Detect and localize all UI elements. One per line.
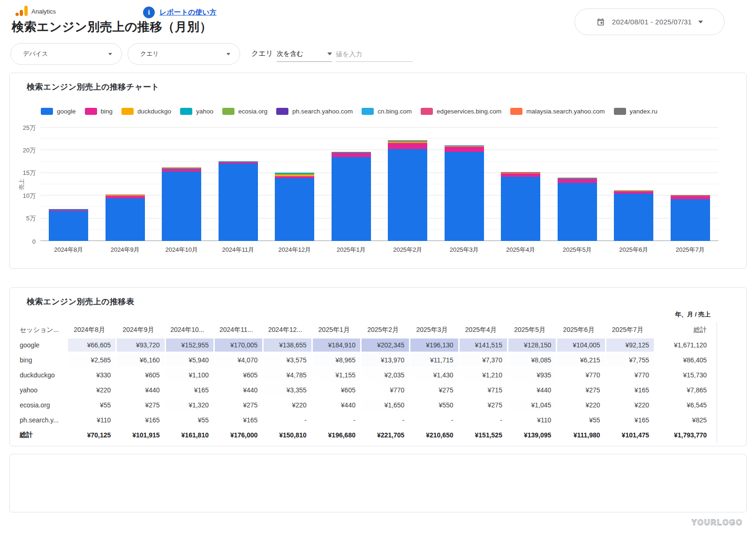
bar-segment [162, 168, 201, 168]
legend-item-duckduckgo[interactable]: duckduckgo [121, 108, 171, 115]
column-header-month[interactable]: 2024年9月 [117, 323, 164, 337]
table-cell: ¥220 [606, 399, 654, 412]
y-axis-tick: 20万 [23, 146, 36, 155]
stacked-bar-2025年1月[interactable] [332, 128, 371, 241]
stacked-bar-2024年8月[interactable] [49, 128, 88, 241]
legend-swatch-icon [276, 108, 288, 115]
x-axis-tick: 2024年10月 [153, 246, 210, 254]
table-cell: ¥55 [166, 414, 213, 427]
column-header-dimension[interactable]: セッション... [20, 323, 67, 337]
table-cell: ¥4,785 [264, 369, 311, 382]
table-cell: ¥165 [606, 384, 654, 397]
date-range-picker[interactable]: 2024/08/01 - 2025/07/31 [575, 8, 725, 35]
query-filter-dropdown[interactable]: クエリ [128, 43, 240, 65]
query-value-input[interactable] [336, 46, 413, 62]
table-cell: ¥1,100 [166, 369, 213, 382]
bar-segment [219, 162, 258, 164]
x-axis-tick: 2025年6月 [605, 246, 662, 254]
table-cell: ¥935 [508, 369, 556, 382]
column-header-month[interactable]: 2025年3月 [410, 323, 458, 337]
bar-slot-2024年10月: 2024年10月 [153, 128, 210, 241]
bar-slot-2024年8月: 2024年8月 [40, 128, 97, 241]
table-cell: ¥2,035 [362, 369, 409, 382]
bar-segment [445, 146, 484, 146]
column-header-month[interactable]: 2025年4月 [460, 323, 507, 337]
bar-segment [219, 162, 258, 162]
table-cell: ¥440 [313, 399, 360, 412]
stacked-bar-2025年2月[interactable] [388, 128, 427, 241]
column-header-month[interactable]: 2025年2月 [362, 323, 409, 337]
bar-segment [162, 172, 201, 241]
table-row-google: google¥66,605¥93,720¥152,955¥170,005¥138… [20, 338, 711, 352]
stacked-bar-2024年10月[interactable] [162, 128, 201, 241]
stacked-bar-2025年7月[interactable] [671, 128, 710, 241]
table-cell: ¥70,125 [68, 429, 115, 442]
bar-segment [275, 178, 314, 241]
column-header-month[interactable]: 2025年7月 [606, 323, 654, 337]
x-axis-tick: 2024年9月 [97, 246, 154, 254]
table-cell: ¥210,650 [410, 429, 458, 442]
table-cell: ¥165 [166, 384, 213, 397]
bar-segment [671, 199, 710, 241]
stacked-bar-2024年12月[interactable] [275, 128, 314, 241]
table-cell: ¥275 [460, 399, 507, 412]
legend-item-ph.search.yahoo.com[interactable]: ph.search.yahoo.com [276, 108, 353, 115]
table-cell: ¥165 [117, 414, 164, 427]
date-range-value: 2024/08/01 - 2025/07/31 [612, 18, 692, 26]
bar-segment [332, 153, 371, 157]
stacked-bar-2025年3月[interactable] [445, 128, 484, 241]
column-header-month[interactable]: 2025年5月 [508, 323, 556, 337]
stacked-bar-2024年11月[interactable] [219, 128, 258, 241]
legend-item-edgeservices.bing.com[interactable]: edgeservices.bing.com [421, 108, 501, 115]
data-table: セッション...2024年8月2024年9月2024年10...2024年11.… [18, 322, 717, 444]
query-condition-label: クエリ [251, 49, 273, 58]
column-header-month[interactable]: 2024年11... [215, 323, 262, 337]
watermark-logo: YOURLOGO [692, 519, 743, 527]
column-header-month[interactable]: 2024年10... [166, 323, 213, 337]
column-header-total[interactable]: 総計 [655, 323, 711, 337]
chart-legend: googlebingduckduckgoyahooecosia.orgph.se… [41, 108, 732, 115]
legend-item-bing[interactable]: bing [85, 108, 113, 115]
x-axis-tick: 2024年8月 [40, 246, 97, 254]
column-header-month[interactable]: 2024年8月 [68, 323, 115, 337]
column-header-month[interactable]: 2024年12... [264, 323, 311, 337]
table-cell: ¥139,095 [508, 429, 556, 442]
stacked-bar-2025年4月[interactable] [501, 128, 540, 241]
table-cell: ¥202,345 [362, 338, 409, 352]
table-cell: ¥170,005 [215, 338, 262, 352]
table-cell: ¥4,070 [215, 353, 262, 367]
legend-label: cn.bing.com [378, 108, 412, 115]
x-axis-tick: 2024年12月 [266, 246, 323, 254]
stacked-bar-2025年6月[interactable] [614, 128, 653, 241]
bar-segment [671, 196, 710, 199]
table-cell: ¥184,910 [313, 338, 360, 352]
calendar-icon [596, 17, 605, 27]
y-axis-tick: 0 [32, 238, 36, 245]
stacked-bar-2024年9月[interactable] [106, 128, 145, 241]
bar-segment [558, 179, 597, 183]
table-cell: ¥150,810 [264, 429, 311, 442]
legend-item-yahoo[interactable]: yahoo [180, 108, 213, 115]
x-axis-tick: 2025年5月 [549, 246, 606, 254]
column-header-month[interactable]: 2025年1月 [313, 323, 360, 337]
device-filter-dropdown[interactable]: デバイス [10, 43, 122, 65]
chevron-down-icon [327, 53, 332, 55]
table-cell: ¥330 [68, 369, 115, 382]
legend-item-google[interactable]: google [41, 108, 76, 115]
stacked-bar-2025年5月[interactable] [558, 128, 597, 241]
report-help-link[interactable]: レポートの使い方 [159, 8, 217, 17]
legend-item-cn.bing.com[interactable]: cn.bing.com [362, 108, 412, 115]
table-cell: ¥1,320 [166, 399, 213, 412]
table-cell: ¥3,575 [264, 353, 311, 367]
query-condition-select[interactable]: 次を含む [277, 46, 332, 62]
column-header-month[interactable]: 2025年6月 [557, 323, 605, 337]
bar-segment [671, 196, 710, 196]
legend-item-yandex.ru[interactable]: yandex.ru [614, 108, 658, 115]
table-cell: ¥101,475 [606, 429, 654, 442]
legend-item-malaysia.search.yahoo.com[interactable]: malaysia.search.yahoo.com [510, 108, 605, 115]
empty-card [9, 454, 747, 512]
legend-item-ecosia.org[interactable]: ecosia.org [222, 108, 267, 115]
table-cell: ¥11,715 [410, 353, 458, 367]
bar-segment [558, 183, 597, 241]
bar-segment [388, 143, 427, 150]
